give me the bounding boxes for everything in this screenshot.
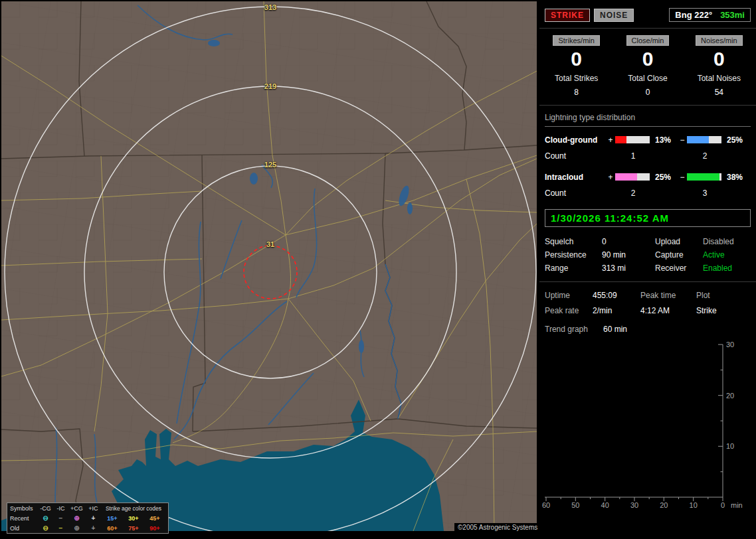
capture-label: Capture <box>655 250 703 260</box>
uptime-label: Uptime <box>545 291 593 300</box>
total-strikes-value: 8 <box>541 88 612 97</box>
bearing-range-value: 353mi <box>720 10 745 20</box>
cg-plus-count: 1 <box>615 151 651 161</box>
distribution-title: Lightning type distribution <box>545 111 751 127</box>
receiver-label: Receiver <box>655 264 703 273</box>
total-close: Total Close 0 <box>612 74 683 97</box>
legend-old-row: Old ⊖ − ⊕ + 60+ 75+ 90+ <box>7 523 168 533</box>
plus-sign: + <box>606 173 615 182</box>
cloud-ground-count-row: Count 1 2 <box>545 148 751 164</box>
total-noises: Total Noises 54 <box>684 74 755 97</box>
capture-status: Active <box>703 250 751 260</box>
indicator-row: STRIKE NOISE Bng 222° 353mi <box>539 0 756 29</box>
x-tick-0: 0 <box>721 501 725 509</box>
age-60: 60+ <box>102 525 123 532</box>
noises-per-min-column: Noises/min 0 <box>684 35 755 71</box>
stats-header-row: Uptime 455:09 Peak time Plot <box>545 288 751 303</box>
age-90: 90+ <box>144 525 165 532</box>
pos-ic-old-icon: + <box>85 525 102 532</box>
bearing-readout: Bng 222° 353mi <box>669 8 751 22</box>
age-45: 45+ <box>144 515 165 522</box>
intracloud-row: Intracloud + 25% − 38% <box>545 169 751 185</box>
noise-indicator-button[interactable]: NOISE <box>594 9 634 22</box>
trend-graph-label: Trend graph <box>545 325 603 334</box>
trend-graph-row: Trend graph 60 min <box>545 321 751 338</box>
status-row-range: Range 313 mi Receiver Enabled <box>545 262 751 275</box>
stats-section: Uptime 455:09 Peak time Plot Peak rate 2… <box>539 282 756 338</box>
noises-per-min-button[interactable]: Noises/min <box>696 35 742 46</box>
peak-time-label: Peak time <box>640 291 696 300</box>
range-value: 313 mi <box>602 264 655 273</box>
squelch-label: Squelch <box>545 237 602 246</box>
x-tick-50: 50 <box>571 501 579 509</box>
map-legend: Symbols -CG -IC +CG +IC Strike age color… <box>7 502 169 534</box>
x-tick-30: 30 <box>630 501 638 509</box>
noises-per-min-value: 0 <box>684 48 755 71</box>
count-label: Count <box>545 151 606 161</box>
status-row-squelch: Squelch 0 Upload Disabled <box>545 235 751 248</box>
minus-sign: − <box>678 173 687 182</box>
peak-time-value: 4:12 AM <box>640 306 696 315</box>
chart-axes <box>545 345 723 501</box>
rates-row: Strikes/min 0 Close/min 0 Noises/min 0 <box>539 29 756 71</box>
datetime-display: 1/30/2026 11:24:52 AM <box>545 209 751 227</box>
peak-rate-label: Peak rate <box>545 306 593 315</box>
total-close-label: Total Close <box>612 74 683 83</box>
ring-label-313: 313 <box>257 3 284 11</box>
cloud-ground-label: Cloud-ground <box>545 135 606 145</box>
status-row-persistence: Persistence 90 min Capture Active <box>545 248 751 262</box>
ring-label-31: 31 <box>257 240 284 248</box>
minus-sign: − <box>678 135 687 145</box>
intracloud-label: Intracloud <box>545 173 606 182</box>
lightning-type-distribution: Lightning type distribution Cloud-ground… <box>539 106 756 205</box>
legend-recent-row: Recent ⊖ − ⊕ + 15+ 30+ 45+ <box>7 513 168 523</box>
age-30: 30+ <box>123 515 144 522</box>
ic-minus-count: 3 <box>687 189 723 198</box>
bearing-value: Bng 222° <box>675 10 712 20</box>
total-noises-label: Total Noises <box>684 74 755 83</box>
close-per-min-value: 0 <box>612 48 683 71</box>
legend-recent-label: Recent <box>7 515 38 522</box>
copyright-text: ©2005 Astrogenic Systems <box>454 523 541 532</box>
close-per-min-column: Close/min 0 <box>612 35 683 71</box>
upload-status: Disabled <box>703 237 751 246</box>
map-canvas[interactable] <box>1 1 537 531</box>
total-close-value: 0 <box>612 88 683 97</box>
status-table: Squelch 0 Upload Disabled Persistence 90… <box>539 232 756 282</box>
cg-plus-bar <box>615 136 650 143</box>
ring-label-219: 219 <box>257 82 284 90</box>
neg-ic-recent-icon: − <box>53 515 68 522</box>
age-15: 15+ <box>102 515 123 522</box>
trend-graph-value: 60 min <box>603 325 751 334</box>
plus-sign: + <box>606 135 615 145</box>
intracloud-count-row: Count 2 3 <box>545 185 751 201</box>
close-per-min-button[interactable]: Close/min <box>626 35 670 46</box>
x-tick-10: 10 <box>690 501 698 509</box>
cg-minus-bar <box>687 136 721 143</box>
legend-header-row: Symbols -CG -IC +CG +IC Strike age color… <box>7 503 168 513</box>
total-noises-value: 54 <box>684 88 755 97</box>
x-unit-label: min <box>731 501 743 509</box>
ic-minus-pct: 38% <box>723 173 747 182</box>
plot-value: Strike <box>696 306 751 315</box>
ic-plus-pct: 25% <box>651 173 678 182</box>
total-strikes-label: Total Strikes <box>541 74 612 83</box>
x-tick-40: 40 <box>601 501 609 509</box>
legend-col-pic: +IC <box>85 505 102 512</box>
lightning-map[interactable]: 313 219 125 31 <box>1 1 537 531</box>
strikes-per-min-button[interactable]: Strikes/min <box>553 35 599 46</box>
neg-cg-old-icon: ⊖ <box>38 525 53 532</box>
pos-cg-old-icon: ⊕ <box>68 525 85 532</box>
app-window: 313 219 125 31 Symbols -CG -IC +CG +IC S… <box>0 0 756 539</box>
stats-value-row: Peak rate 2/min 4:12 AM Strike <box>545 303 751 319</box>
x-tick-60: 60 <box>542 501 550 509</box>
y-tick-20: 20 <box>726 392 734 400</box>
chart-tick-labels: 30 20 10 60 50 40 30 20 10 0 min <box>542 341 743 509</box>
legend-old-label: Old <box>7 525 38 532</box>
strike-indicator-button[interactable]: STRIKE <box>545 9 590 22</box>
neg-ic-old-icon: − <box>53 525 68 532</box>
cg-minus-pct: 25% <box>723 135 747 145</box>
age-75: 75+ <box>123 525 144 532</box>
totals-row: Total Strikes 8 Total Close 0 Total Nois… <box>539 71 756 106</box>
plot-label: Plot <box>696 291 751 300</box>
